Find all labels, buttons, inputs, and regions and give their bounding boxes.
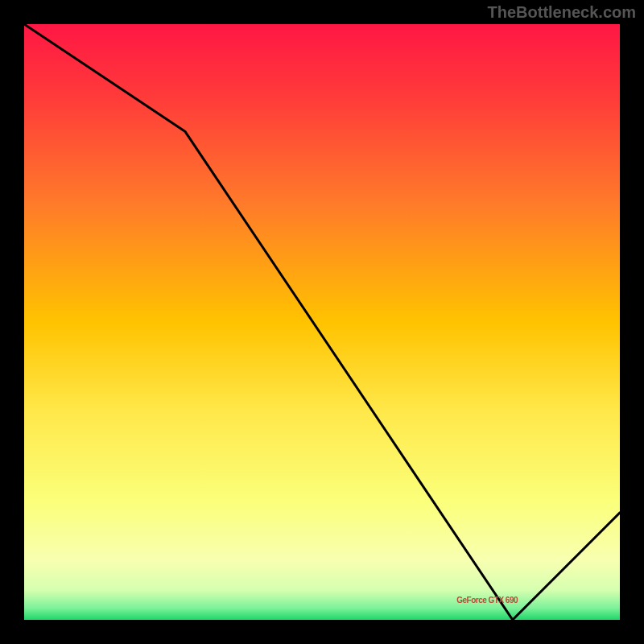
chart-frame: TheBottleneck.com GeForce GTX 690	[0, 0, 644, 644]
series-annotation: GeForce GTX 690	[456, 596, 518, 605]
attribution-text: TheBottleneck.com	[488, 3, 636, 22]
chart-line	[24, 24, 620, 620]
plot-area: GeForce GTX 690	[24, 24, 620, 620]
